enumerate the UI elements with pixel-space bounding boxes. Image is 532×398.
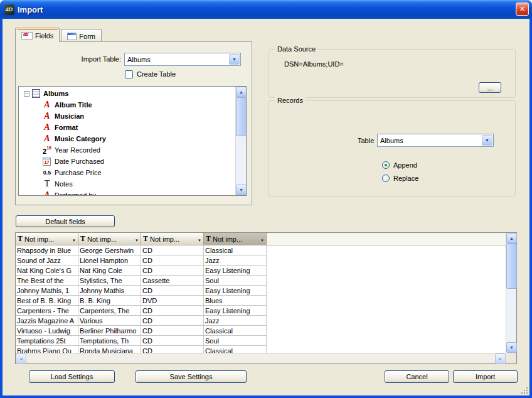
combo-dropdown-button[interactable]: ▼	[482, 135, 492, 146]
replace-label: Replace	[393, 175, 418, 182]
scrollbar-corner	[506, 353, 516, 363]
save-settings-button[interactable]: Save Settings	[136, 370, 247, 383]
cell-format: CD	[141, 346, 204, 353]
table-row[interactable]: Sound of Jazz Lionel Hampton CD Jazz	[16, 255, 267, 266]
cell-category: Blues	[204, 296, 267, 306]
table-row[interactable]: Johnny Mathis, 1 Johnny Mathis CD Easy L…	[16, 286, 267, 296]
replace-radio[interactable]	[382, 175, 390, 182]
table-row[interactable]: Temptations 25t Temptations, Th CD Soul	[16, 336, 267, 346]
grid-column-header[interactable]: Not imp...	[141, 233, 204, 245]
cell-musician: Temptations, Th	[78, 336, 141, 346]
default-fields-button[interactable]: Default fields	[16, 215, 115, 227]
records-groupbox: Records Table Albums ▼ Append Replace	[269, 100, 516, 196]
chevron-down-icon	[135, 235, 139, 243]
fields-tab-icon	[21, 32, 33, 40]
scroll-up-icon[interactable]: ▲	[506, 233, 517, 244]
data-source-title: Data Source	[275, 45, 318, 53]
scroll-down-icon[interactable]: ▼	[236, 185, 247, 195]
tree-item[interactable]: Year Recorded	[19, 144, 235, 156]
connection-string: DSN=Albums;UID=	[284, 60, 344, 68]
scroll-right-icon[interactable]: ►	[495, 353, 506, 364]
tree-item[interactable]: Notes	[19, 178, 235, 190]
append-radio[interactable]	[382, 161, 390, 169]
tree-root-item[interactable]: − Albums	[19, 88, 235, 99]
tab-fields[interactable]: Fields	[15, 28, 60, 42]
tab-form[interactable]: Form	[61, 29, 102, 41]
cell-category: Jazz	[204, 255, 267, 266]
tree-item[interactable]: Music Category	[19, 133, 235, 144]
fields-tab-page: Import Table: Albums ▼ Create Table − Al…	[15, 41, 252, 205]
field-type-icon	[42, 112, 52, 121]
scroll-up-icon[interactable]: ▲	[236, 87, 247, 97]
tab-form-label: Form	[79, 33, 95, 40]
text-type-icon	[206, 234, 211, 244]
tree-item-label: Date Purchased	[55, 158, 104, 165]
grid-column-header[interactable]: Not imp...	[78, 233, 141, 245]
grid-column-header[interactable]: Not imp...	[16, 233, 78, 245]
tree-item-label: Format	[55, 124, 78, 131]
cell-category: Classical	[204, 245, 267, 255]
create-table-checkbox[interactable]	[125, 70, 133, 78]
tree-root-label: Albums	[43, 90, 68, 97]
cell-category: Soul	[204, 336, 267, 346]
cell-musician: Ronda Musiciana	[78, 346, 141, 353]
field-type-icon	[42, 168, 52, 178]
tree-item[interactable]: Album Title	[19, 99, 235, 110]
field-type-icon	[42, 146, 52, 155]
tree-item[interactable]: Format	[19, 122, 235, 133]
load-settings-button[interactable]: Load Settings	[29, 370, 115, 383]
text-type-icon	[18, 234, 23, 244]
tree-item[interactable]: Musician	[19, 110, 235, 122]
cell-album-title: Johnny Mathis, 1	[16, 286, 78, 296]
grid-body: Rhapsody in Blue George Gershwin CD Clas…	[16, 245, 506, 353]
table-row[interactable]: Virtuoso - Ludwig Berliner Philharmo CD …	[16, 326, 267, 336]
scroll-thumb[interactable]	[236, 97, 247, 136]
browse-button[interactable]: ...	[479, 82, 501, 93]
field-type-icon	[42, 134, 52, 144]
tree-rows: − Albums Album Title	[19, 87, 235, 195]
scroll-thumb[interactable]	[506, 244, 517, 289]
chevron-down-icon	[198, 235, 201, 243]
cell-category: Easy Listening	[204, 266, 267, 276]
cell-album-title: The Best of the	[16, 276, 78, 286]
table-row[interactable]: Carpenters - The Carpenters, The CD Easy…	[16, 306, 267, 316]
chevron-down-icon	[260, 235, 264, 243]
tree-item[interactable]: Purchase Price	[19, 167, 235, 178]
cell-format: Cassette	[141, 276, 204, 286]
tree-item-label: Year Recorded	[55, 146, 100, 154]
grid-column-header[interactable]: Not imp...	[204, 233, 267, 245]
text-type-icon	[80, 234, 85, 244]
cancel-button[interactable]: Cancel	[385, 370, 449, 383]
tree-item-label: Notes	[55, 180, 73, 188]
grid-horizontal-scrollbar[interactable]: ◄ ►	[16, 353, 506, 363]
table-row[interactable]: Best of B. B. King B. B. King DVD Blues	[16, 296, 267, 306]
grid-header-row: Not imp... Not imp... Not imp...	[16, 233, 506, 245]
grid-vertical-scrollbar[interactable]: ▲ ▼	[506, 233, 516, 353]
window-title: Import	[18, 5, 43, 14]
table-row[interactable]: Jazzis Magazine A Various CD Jazz	[16, 316, 267, 326]
table-row[interactable]: Nat King Cole's G Nat King Cole CD Easy …	[16, 266, 267, 276]
cell-format: CD	[141, 326, 204, 336]
column-header-label: Not imp...	[87, 235, 117, 243]
table-row[interactable]: Brahms Piano Qu Ronda Musiciana CD Class…	[16, 346, 267, 353]
scroll-left-icon[interactable]: ◄	[16, 353, 26, 364]
title-bar[interactable]: 4D Import ✕	[0, 0, 532, 19]
import-table-select[interactable]: Albums ▼	[124, 53, 241, 66]
preview-grid: Not imp... Not imp... Not imp...	[15, 232, 517, 364]
tree-item-label: Album Title	[55, 101, 92, 109]
cell-format: DVD	[141, 296, 204, 306]
table-row[interactable]: The Best of the Stylistics, The Cassette…	[16, 276, 267, 286]
dialog-content: Fields Form Import Table: Albums ▼ Creat…	[3, 19, 529, 395]
import-button[interactable]: Import	[453, 370, 518, 383]
combo-dropdown-button[interactable]: ▼	[229, 54, 240, 65]
column-header-label: Not imp...	[150, 235, 179, 243]
tree-scrollbar[interactable]: ▲ ▼	[235, 87, 246, 195]
tree-item[interactable]: Performed by	[19, 190, 235, 195]
scroll-down-icon[interactable]: ▼	[506, 342, 517, 353]
resize-grip[interactable]	[520, 386, 529, 395]
table-row[interactable]: Rhapsody in Blue George Gershwin CD Clas…	[16, 245, 267, 255]
close-button[interactable]: ✕	[516, 3, 529, 16]
collapse-icon[interactable]: −	[24, 91, 29, 97]
records-table-select[interactable]: Albums ▼	[377, 134, 494, 147]
tree-item[interactable]: Date Purchased	[19, 156, 235, 167]
